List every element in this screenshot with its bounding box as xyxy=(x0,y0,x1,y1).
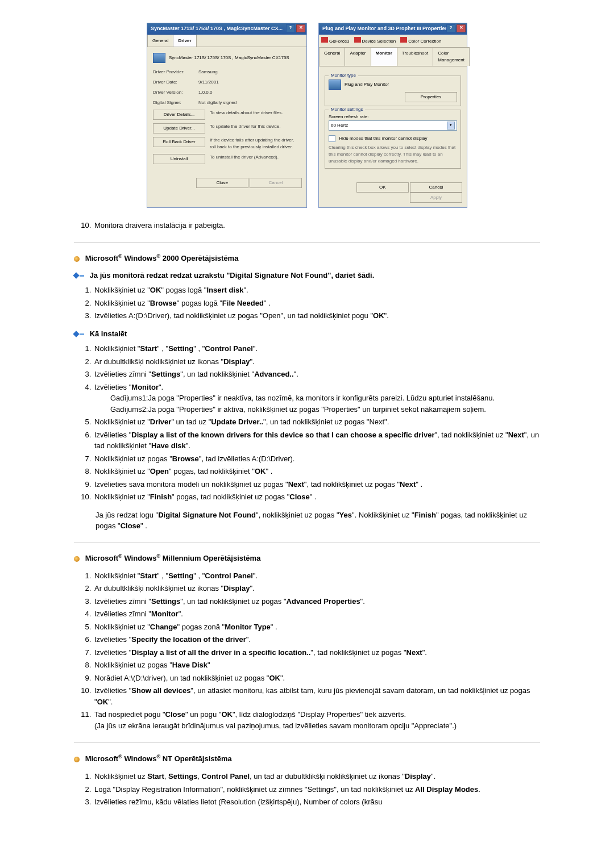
list-item: Izvēlieties A:(D:\Driver), tad noklikšķi… xyxy=(93,310,540,323)
tab-geforce[interactable]: GeForce3 xyxy=(329,39,350,44)
note-install: Kā instalēt xyxy=(74,328,540,340)
close-button[interactable]: Close xyxy=(196,178,248,188)
monitor-settings-group: Monitor settings Screen refresh rate: 60… xyxy=(325,110,461,169)
rollback-driver-button[interactable]: Roll Back Driver xyxy=(153,137,205,147)
tab-general[interactable]: General xyxy=(147,35,173,47)
tail-note-2000: Ja jūs redzat logu "Digital Signature No… xyxy=(96,510,540,532)
text: Microsoft xyxy=(85,755,119,763)
step-10-list: Monitora draivera instalācija ir pabeigt… xyxy=(74,219,540,232)
list-item: Noklikšķiniet "Start" , "Setting" , "Con… xyxy=(93,570,540,583)
value-signer: Not digitally signed xyxy=(198,99,301,106)
tab-device-selection[interactable]: Device Selection xyxy=(362,39,396,44)
text: NT Operētājsistēma xyxy=(163,755,232,763)
dialog1-titlebar: SyncMaster 171S/ 175S/ 170S , MagicSyncM… xyxy=(147,23,306,35)
text: Windows xyxy=(124,554,156,562)
gear-icon xyxy=(74,757,80,762)
label-version: Driver Version: xyxy=(153,89,198,96)
rollback-driver-desc: If the device fails after updating the d… xyxy=(210,137,301,151)
tab-color-mgmt[interactable]: Color Management xyxy=(433,47,470,66)
geforce-icon xyxy=(321,37,328,43)
list-install-2000: Noklikšķiniet "Start" , "Setting" , "Con… xyxy=(74,343,540,504)
list-item: Noklikšķiniet uz "Driver" un tad uz "Upd… xyxy=(93,416,540,429)
properties-button[interactable]: Properties xyxy=(405,92,457,102)
list-item: Izvēlieties "Display a list of all the d… xyxy=(93,646,540,660)
ok-button[interactable]: OK xyxy=(356,182,409,193)
device-selection-icon xyxy=(354,37,361,43)
update-driver-button[interactable]: Update Driver... xyxy=(153,123,205,133)
driver-details-button[interactable]: Driver Details... xyxy=(153,110,205,120)
monitor-type-label: Monitor type xyxy=(329,72,358,79)
cancel-button[interactable]: Cancel xyxy=(410,182,462,193)
tab-general-2[interactable]: General xyxy=(319,47,345,66)
tab-driver[interactable]: Driver xyxy=(173,35,196,47)
label-signer: Digital Signer: xyxy=(153,99,198,106)
case2: Gadījums2:Ja poga "Properties" ir aktīva… xyxy=(110,404,540,415)
list-item: Noklikšķiniet uz "Change" pogas zonā "Mo… xyxy=(93,621,540,634)
list-nt: Noklikšķiniet uz Start, Settings, Contro… xyxy=(74,770,540,809)
dialog1-window-buttons: ? ✕ xyxy=(286,24,305,32)
list-item: Izvēlieties "Specify the location of the… xyxy=(93,633,540,646)
close-window-button[interactable]: ✕ xyxy=(296,24,305,32)
text: Windows xyxy=(124,755,156,763)
tab-monitor[interactable]: Monitor xyxy=(371,47,397,66)
dialog2-top-tabs: GeForce3 Device Selection Color Correcti… xyxy=(319,35,467,47)
list-item: Noklikšķiniet uz pogas "Browse", tad izv… xyxy=(93,453,540,466)
arrow-icon xyxy=(74,273,84,279)
value-provider: Samsung xyxy=(198,69,301,76)
tab-adapter[interactable]: Adapter xyxy=(345,47,371,66)
help-window-button[interactable]: ? xyxy=(286,24,295,32)
uninstall-button[interactable]: Uninstall xyxy=(153,154,205,164)
note-digital-sig: Ja jūs monitorā redzat redzat uzrakstu "… xyxy=(74,270,540,281)
uninstall-desc: To uninstall the driver (Advanced). xyxy=(210,154,301,161)
close-window-button[interactable]: ✕ xyxy=(457,24,466,32)
text: Microsoft xyxy=(85,554,119,562)
screenshot-row: SyncMaster 171S/ 175S/ 170S , MagicSyncM… xyxy=(74,23,540,208)
list-item: Izvēlieties "Monitor". Gadījums1:Ja poga… xyxy=(93,381,540,416)
list-item: Izvēlieties zīmni "Settings", un tad nok… xyxy=(93,595,540,608)
dialog2-window-buttons: ? ✕ xyxy=(446,24,466,32)
driver-details-desc: To view details about the driver files. xyxy=(210,110,301,116)
separator xyxy=(74,742,540,743)
gear-icon xyxy=(74,256,80,262)
list-item: Logā "Display Registration Information",… xyxy=(93,783,540,796)
list-item: Ar dubultklikšķi noklikšķiniet uz ikonas… xyxy=(93,582,540,595)
text: Windows xyxy=(124,254,156,262)
apply-button[interactable]: Apply xyxy=(410,193,462,203)
value-version: 1.0.0.0 xyxy=(198,89,301,96)
text: Millennium Operētājsistēma xyxy=(163,554,261,562)
list-item: Norādiet A:\(D:\driver), un tad noklikšķ… xyxy=(93,672,540,685)
text: Ja jūs monitorā redzat redzat uzrakstu "… xyxy=(90,271,375,279)
hide-modes-label: Hide modes that this monitor cannot disp… xyxy=(339,136,427,141)
list-item: Noklikšķiniet uz "Browse" pogas logā "Fi… xyxy=(93,297,540,310)
arrow-icon xyxy=(74,332,84,337)
dropdown-arrow-icon: ▾ xyxy=(447,122,455,130)
gear-icon xyxy=(74,556,80,562)
tab-color-correction[interactable]: Color Correction xyxy=(408,39,441,44)
text: Kā instalēt xyxy=(90,329,127,338)
update-driver-desc: To update the driver for this device. xyxy=(210,123,301,130)
driver-dialog: SyncMaster 171S/ 175S/ 170S , MagicSyncM… xyxy=(147,23,307,208)
separator xyxy=(74,242,540,243)
list-item: Tad nospiediet pogu "Close" un pogu "OK"… xyxy=(93,708,540,732)
list-item: Izvēlieties sava monitora modeli un nokl… xyxy=(93,478,540,491)
text: Microsoft xyxy=(85,254,119,262)
dialog2-title: Plug and Play Monitor and 3D Prophet III… xyxy=(322,26,448,31)
dialog1-title: SyncMaster 171S/ 175S/ 170S , MagicSyncM… xyxy=(151,26,283,31)
help-window-button[interactable]: ? xyxy=(446,24,455,32)
label-provider: Driver Provider: xyxy=(153,69,198,76)
step-10-text: Monitora draivera instalācija ir pabeigt… xyxy=(94,221,225,229)
tab-troubleshoot[interactable]: Troubleshoot xyxy=(397,47,433,66)
list-item: Noklikšķiniet "Start" , "Setting" , "Con… xyxy=(93,343,540,356)
list-item: Ar dubultklikšķi noklikšķiniet uz ikonas… xyxy=(93,356,540,369)
device-name: SyncMaster 171S/ 175S/ 170S , MagicSyncM… xyxy=(169,55,289,61)
heading-winnt: Microsoft® Windows® NT Operētājsistēma xyxy=(74,753,540,765)
list-item: Noklikšķiniet uz "OK" pogas logā "Insert… xyxy=(93,284,540,297)
cancel-button[interactable]: Cancel xyxy=(250,178,302,188)
case1: Gadījums1:Ja poga "Properties" ir neaktī… xyxy=(110,393,540,404)
hide-modes-checkbox[interactable] xyxy=(329,135,335,142)
label-date: Driver Date: xyxy=(153,79,198,86)
dialog2-titlebar: Plug and Play Monitor and 3D Prophet III… xyxy=(319,23,467,35)
refresh-rate-select[interactable]: 60 Hertz ▾ xyxy=(329,120,457,131)
refresh-rate-label: Screen refresh rate: xyxy=(329,114,457,120)
hide-modes-desc: Clearing this check box allows you to se… xyxy=(329,144,457,165)
